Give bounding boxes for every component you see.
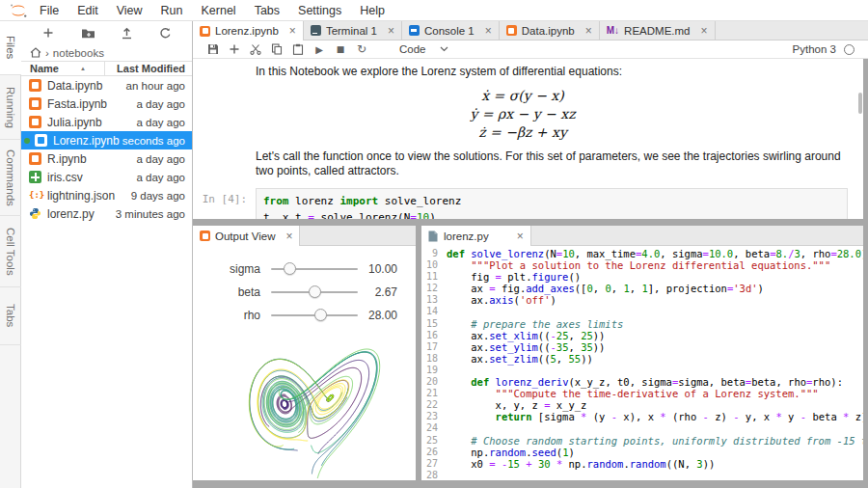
slider-value: 2.67 (368, 285, 416, 299)
slider-label: beta (193, 285, 260, 299)
slider-handle[interactable] (284, 262, 296, 275)
csv-file-icon (29, 171, 41, 183)
slider-handle[interactable] (314, 309, 327, 321)
code-line: 27 x0 = -15 + 30 * np.random.random((N, … (421, 458, 863, 470)
tab-lorenz-ipynb[interactable]: Lorenz.ipynb × (193, 21, 304, 41)
upload-button[interactable] (121, 27, 133, 40)
output-view-panel: Output View × sigma 10.00 beta 2.67 rho (193, 226, 416, 480)
output-view-tab-bar: Output View × (193, 226, 416, 246)
menu-run[interactable]: Run (161, 4, 183, 17)
file-name: lightning.json (47, 189, 131, 203)
menu-tabs[interactable]: Tabs (255, 4, 280, 17)
tab-data-ipynb[interactable]: Data.ipynb × (500, 21, 600, 40)
kernel-idle-icon (844, 44, 854, 55)
file-modified: a day ago (136, 153, 185, 165)
tab-output-view[interactable]: Output View × (193, 226, 300, 246)
close-icon[interactable]: × (585, 24, 592, 38)
refresh-button[interactable] (159, 27, 172, 40)
file-list-header: Name ▲ Last Modified (21, 61, 192, 76)
tab-label: Data.ipynb (522, 25, 575, 37)
notebook-file-icon (35, 134, 47, 147)
code-line: 19 (421, 365, 863, 376)
copy-icon[interactable] (266, 43, 287, 55)
file-modified: a day ago (136, 117, 185, 128)
save-button[interactable] (203, 43, 224, 55)
menu-view[interactable]: View (117, 4, 143, 17)
sidebar-tab-files[interactable]: Files (0, 21, 21, 75)
file-name: R.ipynb (47, 152, 136, 166)
file-row[interactable]: R.ipynb a day ago (21, 149, 192, 168)
code-line: 15 # prepare the axes limits (421, 318, 863, 330)
code-line: 13 ax.axis('off') (421, 294, 863, 306)
code-line: 10 """Plot a solution to the Lorenz diff… (421, 259, 863, 271)
markdown-cell[interactable]: Let's call the function once to view the… (256, 149, 848, 179)
sidebar-tab-cell-tools[interactable]: Cell Tools (0, 216, 21, 287)
slider-handle[interactable] (309, 285, 321, 298)
tab-lorenz-py[interactable]: lorenz.py × (421, 226, 531, 246)
menu-edit[interactable]: Edit (77, 4, 98, 17)
sidebar-tab-tabs[interactable]: Tabs (0, 287, 21, 345)
file-modified: an hour ago (126, 80, 185, 92)
tab-terminal-1[interactable]: Terminal 1 × (304, 21, 402, 40)
dock-tab-bar: Lorenz.ipynb × Terminal 1 × Console 1 × … (193, 21, 868, 41)
file-row[interactable]: {:} lightning.json 9 days ago (21, 186, 192, 204)
file-name: Julia.ipynb (47, 116, 136, 129)
tab-readme-md[interactable]: M↓ README.md × (600, 21, 716, 40)
close-icon[interactable]: × (485, 24, 492, 38)
markdown-cell[interactable]: In this Notebook we explore the Lorenz s… (256, 65, 848, 80)
kernel-name: Python 3 (793, 43, 836, 55)
new-folder-button[interactable] (81, 27, 95, 40)
restart-kernel-button[interactable]: ↻ (351, 42, 372, 56)
file-row[interactable]: Fasta.ipynb a day ago (21, 95, 192, 113)
kernel-indicator[interactable]: Python 3 (793, 43, 854, 55)
rho-slider[interactable] (271, 309, 358, 322)
cut-icon[interactable] (245, 43, 266, 55)
file-name: Lorenz.ipynb (53, 134, 122, 148)
kernel-running-dot (24, 138, 30, 144)
cell-editor[interactable]: from lorenz import solve_lorenzt, x_t = … (256, 188, 848, 220)
cell-type-dropdown[interactable]: Code (399, 43, 448, 55)
stop-button[interactable]: ■ (330, 44, 351, 54)
json-file-icon: {:} (29, 189, 41, 202)
code-cell[interactable]: In [4]: from lorenz import solve_lorenzt… (193, 188, 848, 220)
code-line: 9def solve_lorenz(N=10, max_time=4.0, si… (421, 248, 863, 259)
sigma-slider[interactable] (271, 262, 358, 276)
home-icon[interactable] (30, 47, 41, 58)
file-row-selected[interactable]: Lorenz.ipynb seconds ago (21, 131, 192, 149)
tab-console-1[interactable]: Console 1 × (402, 21, 500, 40)
slider-row: sigma 10.00 (193, 258, 416, 281)
sidebar-tab-running[interactable]: Running (0, 75, 21, 140)
menu-kernel[interactable]: Kernel (202, 4, 236, 17)
beta-slider[interactable] (271, 285, 358, 299)
scrollbar-thumb[interactable] (858, 93, 862, 114)
close-icon[interactable]: × (289, 24, 296, 38)
close-icon[interactable]: × (517, 230, 524, 243)
output-view-body: sigma 10.00 beta 2.67 rho 28.00 (193, 246, 416, 480)
markdown-icon: M↓ (607, 25, 619, 36)
code-editor[interactable]: 9def solve_lorenz(N=10, max_time=4.0, si… (421, 246, 863, 480)
close-icon[interactable]: × (388, 24, 394, 38)
file-row[interactable]: Julia.ipynb a day ago (21, 113, 192, 131)
paste-icon[interactable] (287, 43, 309, 55)
breadcrumb-folder[interactable]: notebooks (53, 47, 104, 59)
sort-ascending-icon[interactable]: ▲ (80, 66, 86, 71)
run-button[interactable]: ▶ (309, 44, 330, 55)
menu-settings[interactable]: Settings (298, 4, 341, 17)
menu-help[interactable]: Help (360, 4, 385, 17)
new-launcher-button[interactable] (41, 26, 55, 40)
close-icon[interactable]: × (285, 230, 292, 243)
close-icon[interactable]: × (700, 24, 707, 38)
column-name[interactable]: Name (30, 63, 59, 74)
menu-file[interactable]: File (40, 4, 59, 17)
file-row[interactable]: Data.ipynb an hour ago (21, 76, 192, 95)
sidebar-tab-commands[interactable]: Commands (0, 140, 21, 216)
code-line: from lorenz import solve_lorenz (263, 192, 840, 208)
file-row[interactable]: iris.csv a day ago (21, 168, 192, 186)
code-line: 22 x, y, z = x_y_z (421, 399, 863, 411)
column-last-modified[interactable]: Last Modified (104, 62, 192, 75)
code-line: 20 def lorenz_deriv(x_y_z, t0, sigma=sig… (421, 376, 863, 388)
file-row[interactable]: lorenz.py 3 minutes ago (21, 204, 192, 223)
code-line: 16 ax.set_xlim((-25, 25)) (421, 330, 863, 341)
add-cell-button[interactable] (224, 43, 245, 55)
notebook-toolbar: ▶ ■ ↻ Code Python 3 (193, 41, 868, 59)
